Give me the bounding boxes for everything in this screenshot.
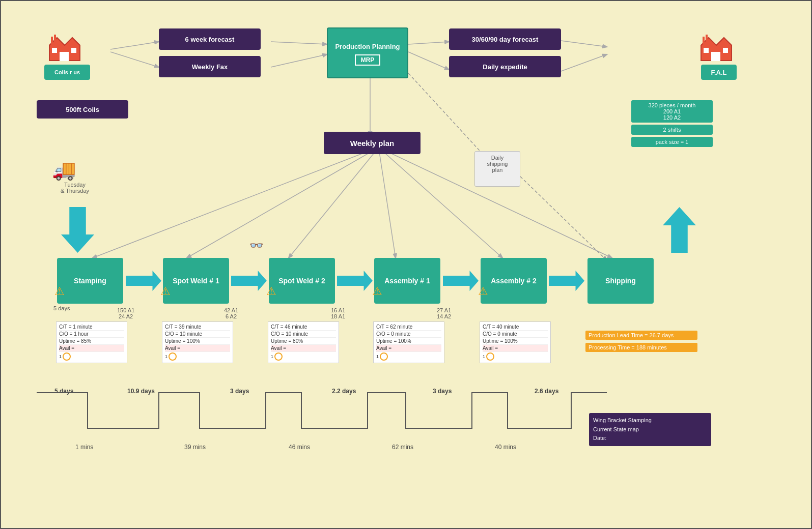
daily-expedite-box: Daily expedite	[449, 56, 561, 77]
svg-line-7	[561, 54, 607, 71]
delivery-days-label: Tuesday & Thursday	[44, 182, 105, 194]
glasses-icon: 👓	[249, 239, 263, 252]
svg-rect-21	[71, 48, 76, 53]
weekly-fax-box: Weekly Fax	[159, 56, 261, 77]
svg-line-0	[110, 42, 159, 49]
days-10-9-label: 10.9 days	[127, 388, 155, 395]
arrow-spotweld1-spotweld2	[231, 271, 267, 291]
svg-rect-25	[711, 52, 720, 61]
assembly-2-box: Assembly # 2	[481, 258, 547, 304]
coils-r-us-label: Coils r us	[44, 65, 90, 80]
week-forecast-box: 6 week forecast	[159, 28, 261, 50]
warning-assembly2: ⚠	[478, 285, 488, 298]
assembly-1-box: Assembly # 1	[374, 258, 440, 304]
data-spot-weld-2: C/T = 46 minute C/O = 10 minute Uptime =…	[268, 321, 339, 363]
svg-line-9	[93, 149, 375, 258]
data-stamping: C/T = 1 minute C/O = 1 hour Uptime = 85%…	[56, 321, 127, 363]
svg-rect-19	[60, 52, 69, 61]
weekly-plan-box: Weekly plan	[324, 132, 421, 154]
days-5-label: 5 days	[54, 388, 73, 395]
svg-rect-28	[703, 37, 705, 44]
svg-rect-26	[704, 48, 709, 53]
mins-46-label: 46 mins	[289, 444, 310, 451]
svg-rect-22	[51, 37, 53, 44]
svg-line-11	[289, 149, 378, 258]
stamping-box: Stamping	[57, 258, 123, 304]
days-3a-label: 3 days	[230, 388, 249, 395]
shipping-box: Shipping	[587, 258, 654, 304]
arrow-assembly1-assembly2	[443, 271, 479, 291]
pack-size-box: pack size = 1	[631, 137, 713, 147]
warning-assembly1: ⚠	[372, 285, 382, 298]
svg-rect-23	[54, 35, 56, 44]
inv-5-days: 5 days	[53, 305, 70, 311]
day-forecast-box: 30/60/90 day forecast	[449, 28, 561, 50]
mrp-box: MRP	[355, 54, 381, 66]
svg-line-17	[520, 177, 607, 260]
svg-line-3	[271, 54, 327, 67]
svg-rect-27	[723, 48, 728, 53]
svg-line-12	[379, 149, 396, 258]
data-assembly-2: C/T = 40 minute C/O = 0 minute Uptime = …	[480, 321, 551, 363]
truck-icon: 🚚	[52, 159, 76, 181]
warning-stamping: ⚠	[54, 285, 65, 298]
diagram-container: Coils r us F.A.L 6 week forecast Weekly …	[0, 0, 812, 529]
days-3b-label: 3 days	[433, 388, 452, 395]
down-arrow-left	[61, 207, 94, 253]
warning-spotweld1: ⚠	[160, 285, 171, 298]
timeline-svg	[1, 388, 612, 449]
mins-39-label: 39 mins	[184, 444, 206, 451]
days-2-2-label: 2.2 days	[332, 388, 356, 395]
inv-16: 16 A1 18 A1	[331, 301, 345, 319]
svg-rect-20	[52, 48, 57, 53]
svg-line-5	[408, 52, 449, 70]
fal-label: F.A.L	[701, 65, 737, 80]
mins-1-label: 1 mins	[75, 444, 93, 451]
fal-factory-icon	[698, 33, 734, 63]
coils-factory-icon	[47, 33, 82, 63]
arrow-assembly2-shipping	[549, 271, 584, 291]
shifts-box: 2 shifts	[631, 125, 713, 135]
arrow-stamping-spotweld1	[126, 271, 161, 291]
data-assembly-1: C/T = 62 minute C/O = 0 minute Uptime = …	[373, 321, 444, 363]
processing-time-box: Processing Time = 188 minutes	[585, 343, 697, 352]
data-spot-weld-1: C/T = 39 minute C/O = 10 minute Uptime =…	[162, 321, 233, 363]
svg-line-6	[561, 41, 607, 47]
daily-shipping-plan-box: Daily shipping plan	[474, 151, 520, 187]
svg-rect-29	[706, 35, 708, 44]
svg-line-2	[271, 42, 327, 44]
bottom-label-box: Wing Bracket Stamping Current State map …	[589, 413, 711, 446]
mins-40-label: 40 mins	[495, 444, 516, 451]
arrow-spotweld2-assembly1	[337, 271, 373, 291]
svg-line-1	[110, 52, 159, 67]
inv-42: 42 A1 6 A2	[224, 301, 238, 319]
inv-27: 27 A1 14 A2	[437, 301, 451, 319]
svg-line-10	[187, 149, 377, 258]
mins-62-label: 62 mins	[392, 444, 413, 451]
coils-label-box: 500ft Coils	[37, 100, 128, 119]
inv-150: 150 A1 24 A2	[117, 301, 134, 319]
spot-weld-2-box: Spot Weld # 2	[269, 258, 335, 304]
lead-time-box: Production Lead Time = 26.7 days	[585, 331, 697, 340]
spot-weld-1-box: Spot Weld # 1	[163, 258, 229, 304]
days-2-6-label: 2.6 days	[535, 388, 558, 395]
up-arrow-right	[663, 207, 696, 253]
production-planning-box: Production Planning MRP	[327, 27, 408, 78]
warning-spotweld2: ⚠	[266, 285, 276, 298]
fal-info-box: 320 pieces / month 200 A1 120 A2	[631, 100, 713, 123]
svg-line-4	[408, 42, 449, 44]
